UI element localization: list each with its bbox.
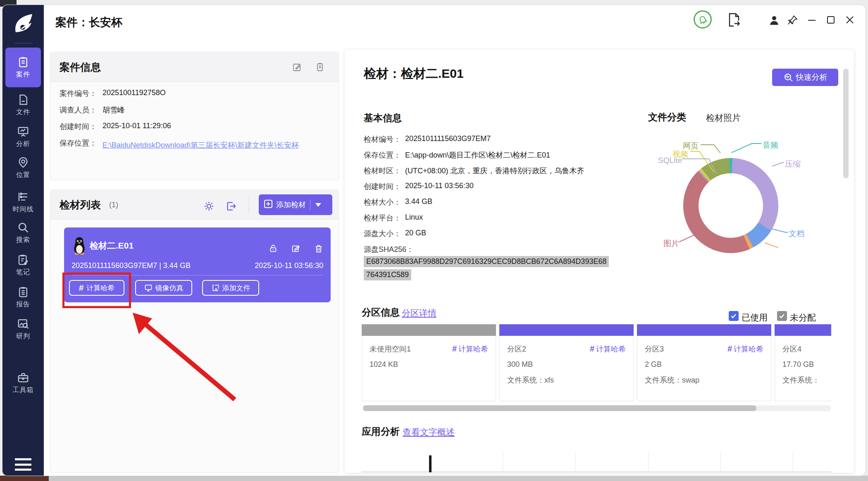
field-label: 调查人员： xyxy=(60,105,97,115)
maximize-button[interactable] xyxy=(826,15,836,25)
evidence-list-title: 检材列表 xyxy=(60,198,101,212)
search-icon xyxy=(17,221,29,234)
compute-hash-link[interactable]: #计算哈希 xyxy=(452,344,488,354)
partition-bar[interactable] xyxy=(775,324,831,336)
partition-size: 17.70 GB xyxy=(782,360,831,369)
desktop-sliver-bottom xyxy=(49,476,868,481)
app-logo-icon xyxy=(12,12,35,35)
sha256-value-line1: E6873068B83AF9988D297C6916329CEC9D8BCB67… xyxy=(364,256,609,267)
partition-bar[interactable] xyxy=(362,324,496,336)
export-case-icon[interactable] xyxy=(727,12,741,27)
detail-row: 源盘大小：20 GB xyxy=(364,229,426,239)
app-window: 案件 文件 分析 位置 时间线 搜索 笔记 报告 xyxy=(2,5,866,476)
mirror-emulation-button[interactable]: 镜像仿真 xyxy=(135,280,192,296)
sidebar-item-analysis[interactable]: 分析 xyxy=(2,125,44,148)
sidebar-item-review[interactable]: 研判 xyxy=(2,318,44,341)
chevron-down-icon[interactable] xyxy=(315,203,321,207)
linux-penguin-icon xyxy=(72,237,87,256)
field-value: 胡雪峰 xyxy=(103,105,125,115)
user-icon[interactable] xyxy=(769,15,780,26)
sha256-value-line2: 764391C589 xyxy=(364,269,411,280)
sidebar-item-report[interactable]: 报告 xyxy=(2,286,44,309)
close-button[interactable] xyxy=(845,15,855,25)
save-location-row: 保存位置： E:\BaiduNetdiskDownload\第三届长安杯\新建文… xyxy=(60,138,334,152)
monitor-icon xyxy=(144,284,153,292)
add-evidence-button[interactable]: 添加检材 xyxy=(259,194,332,215)
export-list-icon[interactable] xyxy=(226,201,237,212)
report-icon xyxy=(17,286,29,298)
evidence-name: 检材二.E01 xyxy=(90,240,134,251)
evidence-meta: 20251011115603G97EM7 | 3.44 GB xyxy=(72,261,191,270)
scrollbar-thumb[interactable] xyxy=(363,405,756,411)
partition-name: 分区3 xyxy=(645,344,664,354)
button-label: 添加文件 xyxy=(222,283,250,293)
case-info-title: 案件信息 xyxy=(60,60,101,74)
detail-row: 检材平台：Linux xyxy=(364,213,423,223)
partition-size: 2 GB xyxy=(645,360,763,369)
analyze-search-icon xyxy=(783,72,793,82)
sidebar-item-case[interactable]: 案件 xyxy=(5,48,41,87)
partition-name: 未使用空间1 xyxy=(370,344,411,354)
sidebar-item-label: 时间线 xyxy=(13,205,34,214)
partition-column: 未使用空间1 #计算哈希 1024 KB xyxy=(362,324,496,402)
used-checkbox[interactable] xyxy=(729,311,739,321)
menu-toggle-icon[interactable] xyxy=(15,458,31,471)
edit-icon[interactable] xyxy=(291,244,300,253)
partition-size: 1024 KB xyxy=(370,360,488,369)
add-file-button[interactable]: 添加文件 xyxy=(202,280,259,296)
copy-case-icon[interactable] xyxy=(315,62,325,72)
sidebar-item-toolbox[interactable]: 工具箱 xyxy=(2,371,44,395)
donut-label-image: 图片 xyxy=(663,238,679,249)
detail-row: 创建时间：2025-10-11 03:56:30 xyxy=(364,182,474,191)
unallocated-checkbox[interactable] xyxy=(777,311,787,321)
partition-filesystem: 文件系统：xfs xyxy=(507,375,626,385)
sidebar-item-timeline[interactable]: 时间线 xyxy=(2,191,44,214)
detail-title: 检材：检材二.E01 xyxy=(364,65,464,82)
sidebar-item-label: 文件 xyxy=(16,108,30,117)
partition-detail-link[interactable]: 分区详情 xyxy=(402,307,436,319)
chart-bar xyxy=(429,455,432,472)
donut-label-document: 文档 xyxy=(789,228,804,239)
case-info-card: 案件信息 案件编号： 20251001192758O 调查人员： 胡雪峰 创建时… xyxy=(50,52,339,180)
quick-analysis-button[interactable]: 快速分析 xyxy=(772,69,838,86)
detail-row: 保存位置：E:\app-down\题目工作区\检材二\检材二.E01 xyxy=(364,150,550,160)
basic-info-title: 基本信息 xyxy=(364,112,402,124)
sidebar-item-search[interactable]: 搜索 xyxy=(2,221,44,244)
horizontal-scrollbar[interactable] xyxy=(363,405,831,411)
detail-row: 源盘SHA256： xyxy=(364,244,418,254)
edit-case-icon[interactable] xyxy=(292,62,302,72)
sidebar-item-location[interactable]: 位置 xyxy=(2,156,44,179)
sidebar-item-label: 研判 xyxy=(16,332,30,341)
sidebar-item-notes[interactable]: 笔记 xyxy=(2,254,44,277)
compute-hash-link[interactable]: #计算哈希 xyxy=(590,344,626,354)
quick-analysis-label: 快速分析 xyxy=(796,72,827,83)
delete-trash-icon[interactable] xyxy=(314,244,323,253)
partition-bar[interactable] xyxy=(637,324,771,336)
lock-icon[interactable] xyxy=(269,244,278,253)
partition-columns: 未使用空间1 #计算哈希 1024 KB 分区2 #计算哈希 300 MB 文件… xyxy=(362,324,831,402)
settings-gear-icon[interactable] xyxy=(203,201,215,212)
minimize-button[interactable] xyxy=(807,15,817,25)
check-icon xyxy=(779,313,785,319)
save-location-link[interactable]: E:\BaiduNetdiskDownload\第三届长安杯\新建文件夹\长安杯 xyxy=(103,138,334,152)
file-category-title: 文件分类 xyxy=(648,111,686,124)
partition-filesystem: 文件系统： xyxy=(782,375,831,385)
sidebar-item-files[interactable]: 文件 xyxy=(2,93,44,117)
clipboard-icon xyxy=(17,56,29,68)
tab-evidence-photos[interactable]: 检材照片 xyxy=(706,112,741,124)
button-divider xyxy=(310,199,310,210)
field-label: 保存位置： xyxy=(60,138,97,152)
compute-hash-link[interactable]: #计算哈希 xyxy=(727,344,763,354)
partition-bar[interactable] xyxy=(499,324,634,336)
app-analysis-chart xyxy=(362,452,831,472)
evidence-count: (1) xyxy=(109,201,118,209)
partition-info-title: 分区信息 xyxy=(362,306,400,319)
header-divider xyxy=(249,196,249,214)
notification-bell-icon[interactable] xyxy=(694,10,712,29)
pin-window-icon[interactable] xyxy=(787,14,799,26)
partition-column: 分区4 #计算哈希 17.70 GB 文件系统： xyxy=(775,324,831,402)
donut-label-sqlite: SQLite xyxy=(658,156,682,165)
text-summary-link[interactable]: 查看文字概述 xyxy=(403,426,455,438)
vertical-scrollbar[interactable] xyxy=(843,69,849,178)
sidebar-item-label: 搜索 xyxy=(16,236,30,244)
